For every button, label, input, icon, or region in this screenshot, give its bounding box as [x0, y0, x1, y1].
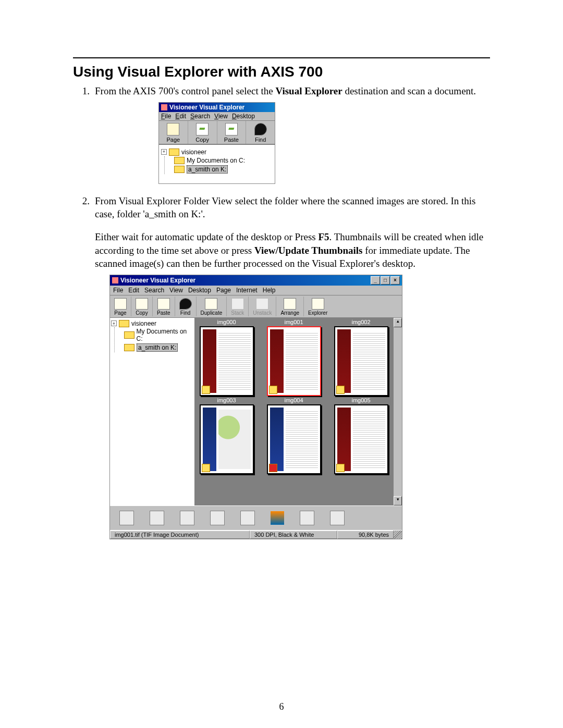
copy-icon: [196, 123, 209, 135]
vertical-scrollbar[interactable]: ▴ ▾: [393, 318, 402, 505]
window-title: Visioneer Visual Explorer: [169, 104, 244, 111]
menu-view[interactable]: View: [214, 113, 228, 120]
thumbnail-img001[interactable]: img001: [265, 319, 322, 396]
thumbnail-image-icon: [334, 404, 388, 474]
toolbar-paste-button[interactable]: Paste: [217, 121, 247, 144]
shelf-printer-icon[interactable]: [150, 511, 164, 525]
menu-search[interactable]: Search: [144, 287, 164, 294]
scroll-up-icon[interactable]: ▴: [394, 318, 402, 327]
toolbar-copy-button[interactable]: Copy: [131, 297, 153, 316]
stack-icon: [231, 298, 244, 310]
shelf-doc-icon[interactable]: [330, 511, 345, 525]
tree-root[interactable]: + visioneer: [111, 320, 193, 327]
thumbnail-img005[interactable]: img005: [333, 397, 389, 474]
expand-icon[interactable]: +: [161, 149, 167, 155]
window-controls: _ □ ×: [371, 276, 400, 285]
folder-icon: [124, 344, 134, 351]
minimize-button[interactable]: _: [371, 276, 380, 285]
folder-icon: [174, 157, 185, 164]
section-rule: [73, 57, 490, 58]
scroll-down-icon[interactable]: ▾: [394, 496, 402, 505]
unstack-icon: [256, 298, 268, 310]
step-2-text: From Visual Explorer Folder View select …: [95, 194, 490, 221]
toolbar-stack-button[interactable]: Stack: [227, 297, 249, 316]
folder-icon: [124, 331, 134, 339]
shelf-mail-icon[interactable]: [300, 511, 314, 525]
shelf-recycle-icon[interactable]: [119, 511, 134, 525]
copy-icon: [136, 298, 148, 310]
tree-item-asmith[interactable]: a_smith on K:: [124, 343, 193, 352]
toolbar-copy-button[interactable]: Copy: [188, 121, 217, 144]
badge-icon: [336, 464, 345, 472]
toolbar-duplicate-button[interactable]: Duplicate: [197, 297, 227, 316]
paste-icon: [225, 123, 238, 135]
step-1-text: From the AXIS 700's control panel select…: [95, 84, 490, 98]
toolbar-page-button[interactable]: Page: [159, 121, 188, 144]
badge-icon: [202, 386, 210, 394]
toolbar-paste-button[interactable]: Paste: [153, 297, 175, 316]
menu-desktop[interactable]: Desktop: [188, 287, 211, 294]
page-icon: [167, 123, 179, 135]
window-titlebar: Visioneer Visual Explorer _ □ ×: [110, 275, 402, 286]
menu-view[interactable]: View: [169, 287, 183, 294]
resize-grip-icon[interactable]: [394, 530, 402, 539]
status-mode: 300 DPI, Black & White: [250, 530, 337, 539]
toolbar-unstack-button[interactable]: Unstack: [249, 297, 276, 316]
tree-item-mydocs[interactable]: My Documents on C:: [124, 327, 193, 343]
menu-file[interactable]: File: [113, 287, 123, 294]
arrange-icon: [284, 298, 296, 310]
screenshot-2: Visioneer Visual Explorer _ □ × File Edi…: [109, 275, 402, 539]
menu-bar: File Edit Search View Desktop: [159, 112, 275, 121]
paste-icon: [157, 298, 170, 310]
menu-edit[interactable]: Edit: [175, 113, 186, 120]
paragraph-update: Either wait for automatic update of the …: [95, 230, 490, 270]
thumbnail-image-icon: [267, 404, 321, 474]
menu-file[interactable]: File: [161, 113, 171, 120]
step-1-number: 1.: [73, 84, 95, 98]
close-button[interactable]: ×: [390, 276, 400, 285]
screenshot-1: Visioneer Visual Explorer File Edit Sear…: [158, 102, 275, 184]
tree-item-mydocs[interactable]: My Documents on C:: [174, 156, 273, 165]
folder-icon: [169, 149, 179, 156]
expand-icon[interactable]: +: [111, 320, 117, 326]
badge-icon: [269, 464, 277, 472]
menu-search[interactable]: Search: [190, 113, 210, 120]
thumbnail-img004[interactable]: img004: [265, 397, 322, 474]
thumbnail-image-icon: [334, 326, 388, 396]
tree-root[interactable]: + visioneer: [161, 148, 273, 156]
toolbar-explorer-button[interactable]: Explorer: [304, 297, 332, 316]
thumbnail-img000[interactable]: img000: [198, 319, 255, 396]
shelf-app2-icon[interactable]: [240, 511, 255, 525]
find-icon: [254, 123, 267, 135]
tree-item-asmith[interactable]: a_smith on K:: [174, 165, 273, 174]
window-title: Visioneer Visual Explorer: [120, 277, 195, 284]
toolbar-find-button[interactable]: Find: [246, 121, 275, 144]
find-icon: [179, 298, 192, 310]
shelf-globe-icon[interactable]: [210, 511, 225, 525]
toolbar-find-button[interactable]: Find: [175, 297, 197, 316]
toolbar-page-button[interactable]: Page: [110, 297, 131, 316]
step-1: 1. From the AXIS 700's control panel sel…: [73, 84, 490, 98]
menu-help[interactable]: Help: [263, 287, 276, 294]
shelf-app1-icon[interactable]: [180, 511, 194, 525]
shelf-cp-icon[interactable]: [271, 511, 284, 525]
menu-page[interactable]: Page: [216, 287, 231, 294]
menu-desktop[interactable]: Desktop: [232, 113, 255, 120]
thumbnail-img002[interactable]: img002: [333, 319, 389, 396]
badge-icon: [202, 464, 210, 472]
main-area: + visioneer My Documents on C: a_smith o…: [110, 318, 402, 505]
thumbnail-img003[interactable]: img003: [198, 397, 255, 474]
step-2: 2. From Visual Explorer Folder View sele…: [73, 194, 490, 221]
toolbar-arrange-button[interactable]: Arrange: [276, 297, 304, 316]
app-logo-icon: [112, 277, 118, 283]
maximize-button[interactable]: □: [381, 276, 390, 285]
thumbnail-image-icon: [200, 326, 254, 396]
folder-icon: [174, 166, 185, 173]
status-size: 90,8K bytes: [337, 530, 394, 539]
folder-tree: + visioneer My Documents on C: a_smith o…: [159, 144, 275, 183]
menu-internet[interactable]: Internet: [236, 287, 258, 294]
menu-edit[interactable]: Edit: [128, 287, 139, 294]
thumbnail-area: img000 img001 img002 img003 img004 img00…: [195, 318, 402, 505]
badge-icon: [336, 386, 345, 394]
section-heading: Using Visual Explorer with AXIS 700: [73, 64, 490, 80]
